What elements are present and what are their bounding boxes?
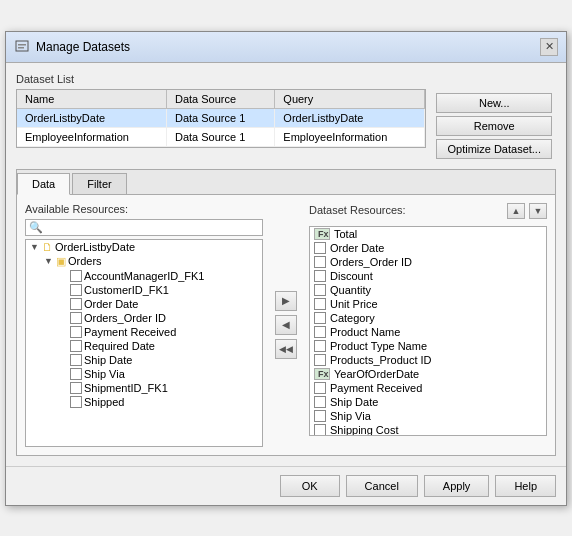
resource-checkbox[interactable] bbox=[314, 242, 326, 254]
tab-filter[interactable]: Filter bbox=[72, 173, 126, 194]
resource-item[interactable]: Discount bbox=[310, 269, 546, 283]
resource-item[interactable]: Product Type Name bbox=[310, 339, 546, 353]
dialog-body: Dataset List Name Data Source Query Orde… bbox=[6, 63, 566, 466]
tree-item-label: Ship Date bbox=[84, 354, 132, 366]
tab-data[interactable]: Data bbox=[17, 173, 70, 195]
tree-checkbox[interactable] bbox=[70, 298, 82, 310]
svg-rect-2 bbox=[18, 47, 24, 49]
tree-item[interactable]: AccountManagerID_FK1 bbox=[26, 269, 262, 283]
close-button[interactable]: ✕ bbox=[540, 38, 558, 56]
resource-item[interactable]: Products_Product ID bbox=[310, 353, 546, 367]
search-input[interactable] bbox=[46, 221, 259, 233]
tree-item[interactable]: ▼🗋OrderListbyDate bbox=[26, 240, 262, 254]
resource-label: Product Type Name bbox=[330, 340, 427, 352]
resource-item[interactable]: Category bbox=[310, 311, 546, 325]
tree-item[interactable]: Ship Via bbox=[26, 367, 262, 381]
titlebar-left: Manage Datasets bbox=[14, 39, 130, 55]
tree-item-label: ShipmentID_FK1 bbox=[84, 382, 168, 394]
resource-label: Payment Received bbox=[330, 382, 422, 394]
tree-checkbox[interactable] bbox=[70, 326, 82, 338]
resource-checkbox[interactable] bbox=[314, 298, 326, 310]
search-row: 🔍 bbox=[25, 219, 263, 236]
resource-checkbox[interactable] bbox=[314, 312, 326, 324]
resource-checkbox[interactable] bbox=[314, 382, 326, 394]
tree-item[interactable]: Order Date bbox=[26, 297, 262, 311]
table-cell-query: OrderListbyDate bbox=[275, 108, 425, 127]
move-up-button[interactable]: ▲ bbox=[507, 203, 525, 219]
resource-item[interactable]: Unit Price bbox=[310, 297, 546, 311]
resource-item[interactable]: Fx YearOfOrderDate bbox=[310, 367, 546, 381]
resource-checkbox[interactable] bbox=[314, 284, 326, 296]
tree-box[interactable]: ▼🗋OrderListbyDate▼▣ Orders AccountManage… bbox=[25, 239, 263, 447]
new-button[interactable]: New... bbox=[436, 93, 552, 113]
tree-item-label: Shipped bbox=[84, 396, 124, 408]
resource-item[interactable]: Fx Total bbox=[310, 227, 546, 241]
resource-item[interactable]: Orders_Order ID bbox=[310, 255, 546, 269]
apply-button[interactable]: Apply bbox=[424, 475, 490, 497]
move-left-button[interactable]: ◀ bbox=[275, 315, 297, 335]
tree-checkbox[interactable] bbox=[70, 368, 82, 380]
right-pane-label: Dataset Resources: bbox=[309, 204, 406, 216]
tree-item[interactable]: ▼▣ Orders bbox=[26, 254, 262, 269]
col-header-datasource: Data Source bbox=[166, 90, 274, 109]
resource-item[interactable]: Payment Received bbox=[310, 381, 546, 395]
move-right-button[interactable]: ▶ bbox=[275, 291, 297, 311]
resource-item[interactable]: Ship Via bbox=[310, 409, 546, 423]
tree-item-label: Required Date bbox=[84, 340, 155, 352]
tree-checkbox[interactable] bbox=[70, 312, 82, 324]
table-cell-datasource: Data Source 1 bbox=[166, 108, 274, 127]
resource-item[interactable]: Ship Date bbox=[310, 395, 546, 409]
tree-checkbox[interactable] bbox=[70, 354, 82, 366]
tree-checkbox[interactable] bbox=[70, 396, 82, 408]
tree-item[interactable]: Orders_Order ID bbox=[26, 311, 262, 325]
resource-checkbox[interactable] bbox=[314, 340, 326, 352]
table-row[interactable]: OrderListbyDateData Source 1OrderListbyD… bbox=[17, 108, 425, 127]
tree-item-label: Order Date bbox=[84, 298, 138, 310]
resource-checkbox[interactable] bbox=[314, 424, 326, 436]
resource-checkbox[interactable] bbox=[314, 270, 326, 282]
table-cell-datasource: Data Source 1 bbox=[166, 127, 274, 146]
tree-item[interactable]: Ship Date bbox=[26, 353, 262, 367]
resource-checkbox[interactable] bbox=[314, 256, 326, 268]
resource-item[interactable]: Order Date bbox=[310, 241, 546, 255]
resource-item[interactable]: Product Name bbox=[310, 325, 546, 339]
middle-arrows: ▶ ◀ ◀◀ bbox=[271, 203, 301, 447]
tree-checkbox[interactable] bbox=[70, 284, 82, 296]
tree-checkbox[interactable] bbox=[70, 340, 82, 352]
tree-item[interactable]: ShipmentID_FK1 bbox=[26, 381, 262, 395]
updown-buttons: ▲ ▼ bbox=[507, 203, 547, 219]
ok-button[interactable]: OK bbox=[280, 475, 340, 497]
resource-checkbox[interactable] bbox=[314, 396, 326, 408]
resource-item[interactable]: Quantity bbox=[310, 283, 546, 297]
tree-checkbox[interactable] bbox=[70, 270, 82, 282]
optimize-button[interactable]: Optimize Dataset... bbox=[436, 139, 552, 159]
search-icon: 🔍 bbox=[29, 221, 43, 234]
resource-label: Ship Via bbox=[330, 410, 371, 422]
dataset-table: Name Data Source Query OrderListbyDateDa… bbox=[17, 90, 425, 147]
tree-item-label: CustomerID_FK1 bbox=[84, 284, 169, 296]
resource-checkbox[interactable] bbox=[314, 326, 326, 338]
tree-checkbox[interactable] bbox=[70, 382, 82, 394]
remove-button[interactable]: Remove bbox=[436, 116, 552, 136]
resource-box[interactable]: Fx Total Order Date Orders_Order ID Disc… bbox=[309, 226, 547, 436]
tree-item[interactable]: CustomerID_FK1 bbox=[26, 283, 262, 297]
resource-label: YearOfOrderDate bbox=[334, 368, 419, 380]
move-all-left-button[interactable]: ◀◀ bbox=[275, 339, 297, 359]
resource-label: Unit Price bbox=[330, 298, 378, 310]
resource-checkbox[interactable] bbox=[314, 410, 326, 422]
resource-label: Products_Product ID bbox=[330, 354, 432, 366]
resource-item[interactable]: Shipping Cost bbox=[310, 423, 546, 436]
help-button[interactable]: Help bbox=[495, 475, 556, 497]
tree-item[interactable]: Shipped bbox=[26, 395, 262, 409]
expand-icon: ▼ bbox=[44, 256, 54, 266]
cancel-button[interactable]: Cancel bbox=[346, 475, 418, 497]
tabs-area: Data Filter Available Resources: 🔍 ▼🗋Ord… bbox=[16, 169, 556, 456]
table-cell-name: EmployeeInformation bbox=[17, 127, 166, 146]
tree-item[interactable]: Payment Received bbox=[26, 325, 262, 339]
tree-item-label: OrderListbyDate bbox=[55, 241, 135, 253]
tree-item[interactable]: Required Date bbox=[26, 339, 262, 353]
resource-checkbox[interactable] bbox=[314, 354, 326, 366]
tree-item-label: Orders_Order ID bbox=[84, 312, 166, 324]
table-row[interactable]: EmployeeInformationData Source 1Employee… bbox=[17, 127, 425, 146]
move-down-button[interactable]: ▼ bbox=[529, 203, 547, 219]
